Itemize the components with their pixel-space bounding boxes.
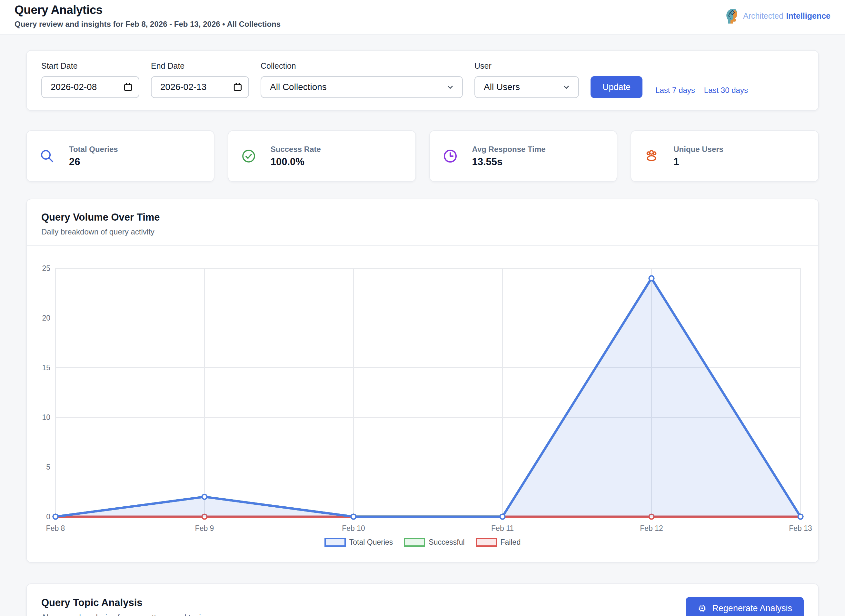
update-button[interactable]: Update xyxy=(591,76,643,98)
brand-name-light: Architected xyxy=(743,11,783,20)
page-subtitle: Query review and insights for Feb 8, 202… xyxy=(15,20,280,29)
svg-text:20: 20 xyxy=(42,314,50,322)
search-icon xyxy=(40,149,54,164)
chart-plot-area: 0510152025Feb 8Feb 9Feb 10Feb 11Feb 12Fe… xyxy=(27,246,818,562)
stat-label: Success Rate xyxy=(271,145,321,154)
stat-label: Avg Response Time xyxy=(472,145,546,154)
legend-item-total-queries: Total Queries xyxy=(324,538,393,547)
stat-value: 100.0% xyxy=(271,156,321,168)
stat-value: 13.55s xyxy=(472,156,546,168)
collection-select[interactable]: All Collections xyxy=(261,76,463,98)
brand-logo: Architected Intelligence xyxy=(725,8,830,24)
legend-swatch-total xyxy=(324,538,346,547)
svg-text:10: 10 xyxy=(42,413,50,421)
collection-value: All Collections xyxy=(270,82,327,92)
legend-item-successful: Successful xyxy=(404,538,464,547)
stat-card-unique-users: Unique Users 1 xyxy=(631,130,819,182)
chart-subtitle: Daily breakdown of query activity xyxy=(41,227,804,236)
user-select[interactable]: All Users xyxy=(474,76,579,98)
calendar-icon[interactable] xyxy=(123,82,133,92)
stat-card-avg-response-time: Avg Response Time 13.55s xyxy=(429,130,618,182)
line-chart: 0510152025Feb 8Feb 9Feb 10Feb 11Feb 12Fe… xyxy=(41,252,804,537)
collection-label: Collection xyxy=(261,61,463,70)
cpu-chip-icon xyxy=(697,603,707,613)
legend-swatch-failed xyxy=(476,538,497,547)
legend-item-failed: Failed xyxy=(476,538,521,547)
stat-value: 26 xyxy=(69,156,118,168)
svg-text:15: 15 xyxy=(42,364,50,372)
svg-text:Feb 11: Feb 11 xyxy=(491,524,514,532)
svg-text:5: 5 xyxy=(46,463,50,471)
legend-swatch-successful xyxy=(404,538,425,547)
clock-icon xyxy=(443,149,458,164)
svg-text:Feb 13: Feb 13 xyxy=(789,524,812,532)
end-date-label: End Date xyxy=(151,61,249,70)
regenerate-analysis-button[interactable]: Regenerate Analysis xyxy=(686,597,804,616)
page-title: Query Analytics xyxy=(15,3,280,17)
users-icon xyxy=(644,149,659,164)
brand-head-icon xyxy=(725,8,740,24)
check-circle-icon xyxy=(241,149,256,164)
end-date-input[interactable]: 2026-02-13 xyxy=(151,76,249,98)
svg-text:Feb 12: Feb 12 xyxy=(640,524,663,532)
query-volume-card: Query Volume Over Time Daily breakdown o… xyxy=(26,199,819,563)
topic-subtitle: AI-powered analysis of query patterns an… xyxy=(41,613,209,616)
user-field: User All Users xyxy=(474,61,579,98)
legend-label: Successful xyxy=(428,538,464,547)
legend-label: Failed xyxy=(500,538,521,547)
brand-name-bold: Intelligence xyxy=(786,11,830,20)
stat-label: Total Queries xyxy=(69,145,118,154)
stats-row: Total Queries 26 Success Rate 100.0% Avg… xyxy=(26,130,819,182)
calendar-icon[interactable] xyxy=(233,82,242,92)
start-date-label: Start Date xyxy=(41,61,139,70)
end-date-value: 2026-02-13 xyxy=(160,82,207,92)
user-value: All Users xyxy=(484,82,520,92)
start-date-input[interactable]: 2026-02-08 xyxy=(41,76,139,98)
stat-value: 1 xyxy=(673,156,723,168)
svg-text:Feb 9: Feb 9 xyxy=(195,524,214,532)
stat-card-total-queries: Total Queries 26 xyxy=(26,130,214,182)
svg-text:Feb 10: Feb 10 xyxy=(342,524,365,532)
legend-label: Total Queries xyxy=(349,538,393,547)
svg-text:Feb 8: Feb 8 xyxy=(46,524,65,532)
topic-header-text: Query Topic Analysis AI-powered analysis… xyxy=(41,597,209,616)
svg-text:25: 25 xyxy=(42,264,50,273)
user-label: User xyxy=(474,61,579,70)
svg-text:0: 0 xyxy=(46,512,50,521)
main-content: Start Date 2026-02-08 End Date 2026-02-1… xyxy=(0,35,845,616)
top-bar: Query Analytics Query review and insight… xyxy=(0,0,845,35)
chart-title: Query Volume Over Time xyxy=(41,211,804,223)
start-date-field: Start Date 2026-02-08 xyxy=(41,61,139,98)
last-30-days-link[interactable]: Last 30 days xyxy=(704,86,748,95)
start-date-value: 2026-02-08 xyxy=(51,82,97,92)
filter-bar: Start Date 2026-02-08 End Date 2026-02-1… xyxy=(26,50,819,111)
topic-title: Query Topic Analysis xyxy=(41,597,209,609)
regenerate-analysis-label: Regenerate Analysis xyxy=(712,603,792,613)
chart-legend: Total Queries Successful Failed xyxy=(41,538,804,556)
query-topic-analysis-card: Query Topic Analysis AI-powered analysis… xyxy=(26,584,819,616)
header-text: Query Analytics Query review and insight… xyxy=(15,3,280,29)
chevron-down-icon xyxy=(562,83,571,91)
stat-label: Unique Users xyxy=(673,145,723,154)
end-date-field: End Date 2026-02-13 xyxy=(151,61,249,98)
stat-card-success-rate: Success Rate 100.0% xyxy=(228,130,416,182)
last-7-days-link[interactable]: Last 7 days xyxy=(655,86,695,95)
chart-header: Query Volume Over Time Daily breakdown o… xyxy=(27,199,818,246)
quick-links: Last 7 days Last 30 days xyxy=(655,86,748,95)
chevron-down-icon xyxy=(446,83,455,91)
collection-field: Collection All Collections xyxy=(261,61,463,98)
